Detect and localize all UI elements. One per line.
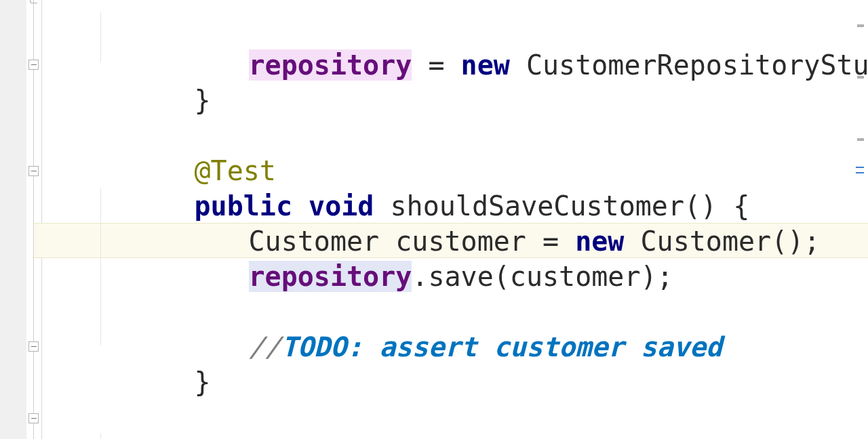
- stripe-marker[interactable]: [857, 138, 864, 141]
- code-area[interactable]: repository = new CustomerRepositoryStub(…: [42, 0, 854, 439]
- argument: customer: [510, 261, 641, 292]
- fold-gutter: [26, 0, 42, 439]
- code-editor[interactable]: repository = new CustomerRepositoryStub(…: [0, 0, 868, 439]
- line-number-gutter: [0, 0, 27, 439]
- fold-toggle-icon[interactable]: [28, 413, 39, 423]
- fold-toggle-icon[interactable]: [28, 60, 39, 70]
- brace: }: [195, 367, 211, 398]
- stripe-caret-marker[interactable]: [856, 172, 864, 173]
- code-line[interactable]: //TODO: assert customer saved: [151, 294, 722, 329]
- comment-marker: //: [249, 331, 281, 362]
- code-line[interactable]: repository.save(customer);: [151, 224, 673, 259]
- stripe-marker[interactable]: [857, 24, 864, 27]
- error-stripe[interactable]: [856, 0, 864, 439]
- type-reference: CustomerRepositoryStub(): [526, 49, 868, 81]
- keyword: new: [461, 49, 510, 81]
- field-reference: repository: [249, 261, 412, 292]
- stripe-caret-marker[interactable]: [856, 167, 864, 168]
- code-line[interactable]: }: [96, 329, 211, 364]
- code-line[interactable]: Customer customer = new Customer();: [151, 188, 820, 224]
- method-call: save: [428, 261, 493, 292]
- field-reference: repository: [249, 49, 412, 81]
- code-line[interactable]: public void shouldSaveCustomer() {: [96, 153, 749, 188]
- fold-toggle-icon[interactable]: [28, 166, 39, 176]
- fold-end-icon[interactable]: [30, 0, 37, 3]
- code-line[interactable]: @Test: [96, 118, 276, 153]
- brace: }: [195, 85, 211, 116]
- code-line[interactable]: }: [96, 47, 211, 83]
- todo-comment: TODO: assert customer saved: [281, 331, 722, 362]
- fold-toggle-icon[interactable]: [28, 341, 39, 352]
- code-line[interactable]: private static class CustomerRepositoryS…: [96, 400, 868, 435]
- code-line[interactable]: repository = new CustomerRepositoryStub(…: [151, 12, 868, 47]
- stripe-marker[interactable]: [857, 76, 864, 79]
